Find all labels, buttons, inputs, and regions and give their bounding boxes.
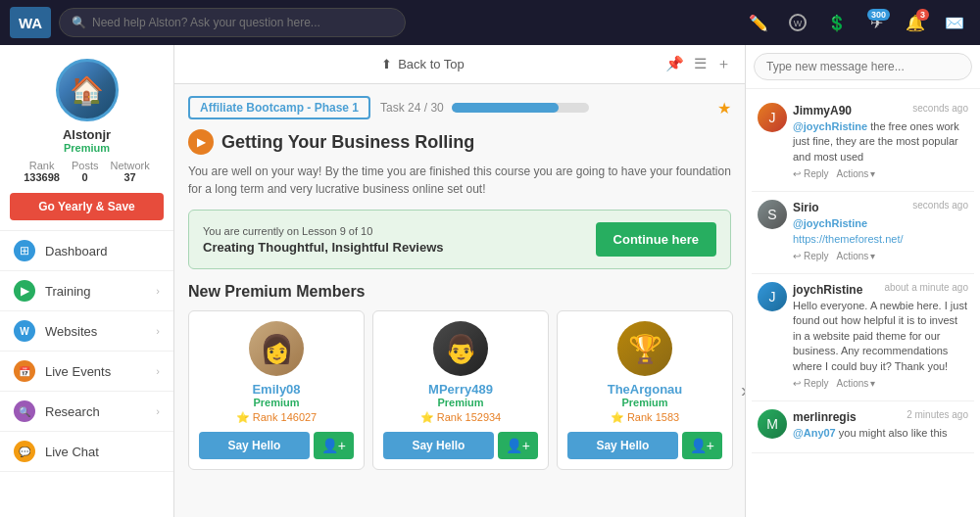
member-name[interactable]: Emily08: [199, 382, 354, 397]
search-input[interactable]: [92, 16, 393, 29]
say-hello-button[interactable]: Say Hello: [199, 432, 310, 459]
plane-icon[interactable]: ✈ 300: [860, 7, 892, 38]
chat-text: @joychRistine https://themeforest.net/: [793, 216, 968, 247]
actions-button[interactable]: Actions ▾: [837, 378, 876, 389]
sidebar-item-chat[interactable]: 💬 Live Chat: [0, 432, 173, 472]
chat-text: @joychRistine the free ones work just fi…: [793, 119, 968, 164]
research-icon: 🔍: [14, 400, 35, 422]
envelope-icon[interactable]: ✉️: [939, 7, 970, 38]
chat-text: @Any07 you might also like this: [793, 426, 968, 441]
phase-badge[interactable]: Affiliate Bootcamp - Phase 1: [188, 96, 370, 119]
main-content: ⬆ Back to Top 📌 ☰ ＋ Affiliate Bootcamp -…: [174, 45, 745, 517]
member-tier: Premium: [199, 397, 354, 408]
chat-msg-header: J joychRistine about a minute ago Hello …: [758, 282, 968, 389]
actions-button[interactable]: Actions ▾: [837, 168, 876, 179]
sidebar-item-research[interactable]: 🔍 Research ›: [0, 392, 173, 432]
chat-time: 2 minutes ago: [906, 409, 968, 420]
avatar[interactable]: J: [758, 282, 787, 311]
say-hello-button[interactable]: Say Hello: [383, 432, 494, 459]
chat-actions: ↩ Reply Actions ▾: [793, 168, 968, 179]
chat-username[interactable]: JimmyA90: [793, 104, 852, 118]
sidebar-item-websites[interactable]: W Websites ›: [0, 311, 173, 352]
star-icon[interactable]: ★: [717, 99, 731, 118]
add-member-button[interactable]: 👤+: [682, 432, 722, 459]
wa-circle-icon[interactable]: W: [782, 7, 813, 38]
stats-row: Rank 133698 Posts 0 Network 37: [24, 160, 150, 183]
chat-message: S Sirio seconds ago @joychRistine https:…: [752, 192, 974, 274]
chat-msg-header: S Sirio seconds ago @joychRistine https:…: [758, 200, 968, 261]
chat-mention[interactable]: @Any07: [793, 427, 836, 439]
actions-button[interactable]: Actions ▾: [837, 251, 876, 261]
chat-actions: ↩ Reply Actions ▾: [793, 251, 968, 261]
chat-meta: merlinregis 2 minutes ago @Any07 you mig…: [793, 409, 968, 441]
member-buttons: Say Hello 👤+: [199, 432, 354, 459]
say-hello-button[interactable]: Say Hello: [567, 432, 678, 459]
chat-username[interactable]: merlinregis: [793, 410, 857, 424]
network-stat: Network 37: [110, 160, 149, 183]
training-icon: ▶: [14, 280, 35, 302]
member-rank: Rank 1583: [567, 411, 722, 424]
task-text: Task 24 / 30: [380, 101, 444, 115]
plane-badge: 300: [867, 9, 890, 21]
dollar-icon[interactable]: 💲: [821, 7, 853, 38]
avatar[interactable]: J: [758, 103, 787, 132]
sidebar-item-label: Live Chat: [45, 445, 160, 459]
back-to-top-label: Back to Top: [398, 57, 465, 71]
back-to-top-button[interactable]: ⬆ Back to Top: [188, 57, 658, 71]
member-tier: Premium: [567, 397, 722, 408]
sidebar-item-events[interactable]: 📅 Live Events ›: [0, 352, 173, 392]
pencil-icon[interactable]: ✏️: [743, 7, 774, 38]
member-rank: Rank 146027: [199, 411, 354, 424]
avatar[interactable]: S: [758, 200, 787, 229]
member-name[interactable]: MPerry489: [383, 382, 538, 397]
chat-panel: J JimmyA90 seconds ago @joychRistine the…: [745, 45, 980, 517]
chat-mention[interactable]: @joychRistine: [793, 120, 867, 132]
progress-bar: [452, 103, 589, 113]
go-yearly-button[interactable]: Go Yearly & Save: [10, 193, 164, 220]
add-member-button[interactable]: 👤+: [314, 432, 354, 459]
task-info: Task 24 / 30: [380, 101, 708, 115]
avatar: 🏠: [56, 59, 119, 121]
lesson-num: You are currently on Lesson 9 of 10: [203, 225, 596, 237]
lesson-icon: ▶: [188, 129, 214, 155]
logo[interactable]: WA: [10, 7, 51, 38]
filter-icon[interactable]: ☰: [694, 55, 707, 73]
bar-icons: 📌 ☰ ＋: [665, 55, 731, 73]
progress-bar-fill: [452, 103, 559, 113]
continue-button[interactable]: Continue here: [596, 222, 716, 257]
reply-button[interactable]: ↩ Reply: [793, 378, 829, 389]
current-lesson-box: You are currently on Lesson 9 of 10 Crea…: [188, 210, 731, 269]
member-card: 👨 MPerry489 Premium Rank 152934 Say Hell…: [372, 310, 549, 470]
chat-mention[interactable]: @joychRistine: [793, 217, 867, 229]
member-buttons: Say Hello 👤+: [383, 432, 538, 459]
sidebar-item-training[interactable]: ▶ Training ›: [0, 271, 173, 311]
reply-button[interactable]: ↩ Reply: [793, 168, 829, 179]
chat-username[interactable]: Sirio: [793, 201, 819, 214]
chat-message: J joychRistine about a minute ago Hello …: [752, 274, 974, 401]
sidebar-item-label: Websites: [45, 324, 146, 339]
lesson-title: Getting Your Business Rolling: [221, 132, 474, 153]
chat-input[interactable]: [754, 53, 972, 80]
lesson-info: You are currently on Lesson 9 of 10 Crea…: [203, 225, 596, 255]
add-member-button[interactable]: 👤+: [498, 432, 538, 459]
top-nav: WA 🔍 ✏️ W 💲 ✈ 300 🔔 3 ✉️: [0, 0, 980, 45]
chat-username[interactable]: joychRistine: [793, 283, 862, 297]
websites-icon: W: [14, 320, 35, 342]
search-bar[interactable]: 🔍: [59, 8, 406, 37]
chat-meta: JimmyA90 seconds ago @joychRistine the f…: [793, 103, 968, 179]
rank-stat: Rank 133698: [24, 160, 60, 183]
chat-actions: ↩ Reply Actions ▾: [793, 378, 968, 389]
plus-icon[interactable]: ＋: [716, 55, 731, 73]
reply-button[interactable]: ↩ Reply: [793, 251, 829, 261]
members-row: 👩 Emily08 Premium Rank 146027 Say Hello …: [188, 310, 731, 470]
sidebar-item-label: Research: [45, 404, 146, 419]
chevron-right-icon: ›: [156, 285, 160, 297]
avatar[interactable]: M: [758, 409, 787, 439]
pin-icon[interactable]: 📌: [665, 55, 684, 73]
member-name[interactable]: TheArgonau: [567, 382, 722, 397]
bell-icon[interactable]: 🔔 3: [900, 7, 931, 38]
sidebar-item-dashboard[interactable]: ⊞ Dashboard: [0, 231, 173, 271]
chat-link[interactable]: https://themeforest.net/: [793, 233, 904, 245]
chat-time: seconds ago: [912, 103, 968, 114]
chevron-right-icon: ›: [156, 405, 160, 417]
